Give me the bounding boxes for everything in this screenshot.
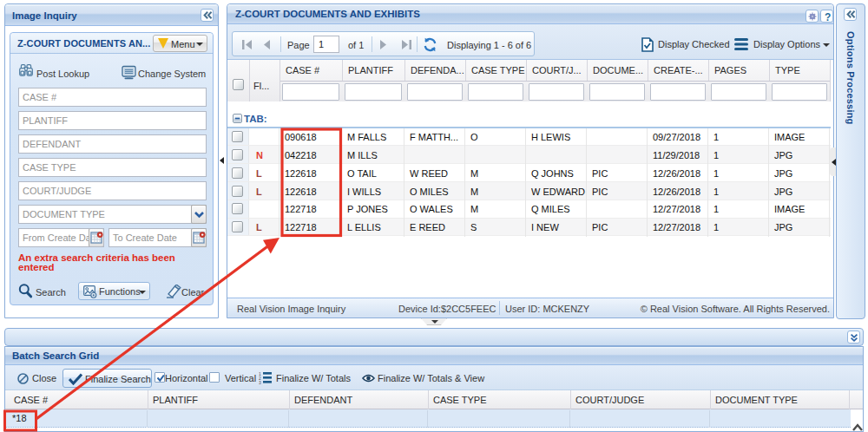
svg-text:3: 3	[259, 380, 261, 384]
